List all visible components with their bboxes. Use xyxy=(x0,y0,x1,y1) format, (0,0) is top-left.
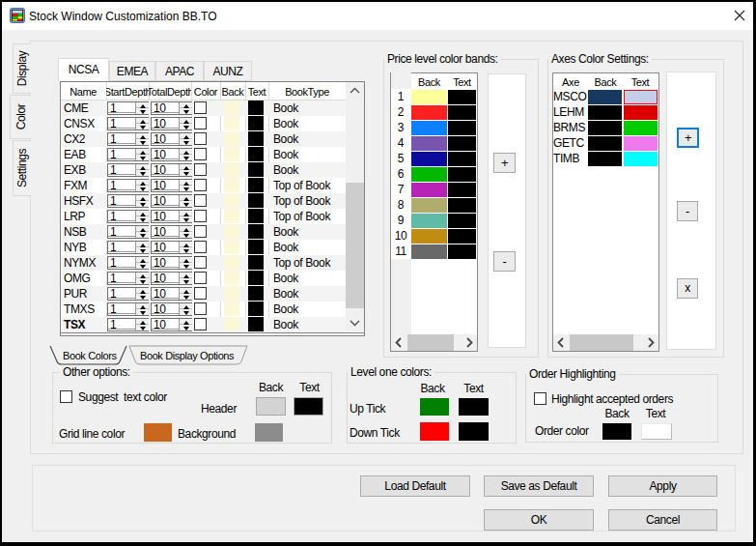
svg-text:Book Display Options: Book Display Options xyxy=(140,350,235,361)
svg-text:Book Colors: Book Colors xyxy=(63,350,117,361)
